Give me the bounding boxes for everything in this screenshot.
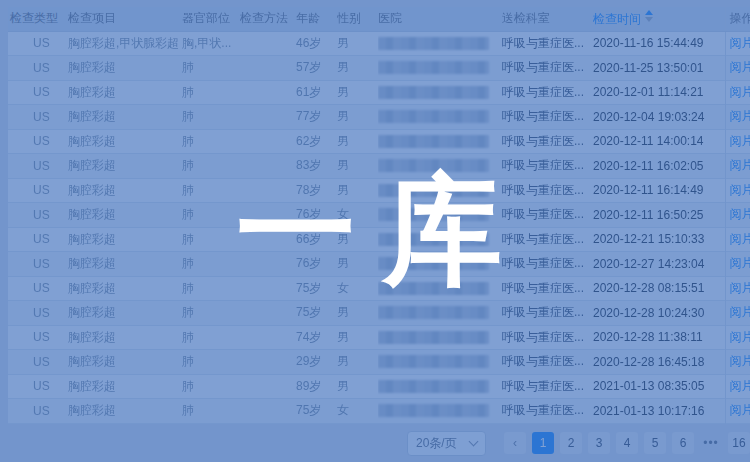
redacted-hospital-name	[378, 86, 489, 99]
pager-page-5[interactable]: 5	[644, 432, 666, 454]
table-row[interactable]: US胸腔彩超肺83岁男呼吸与重症医...2020-12-11 16:02:05阅…	[8, 154, 750, 179]
table-row[interactable]: US胸腔彩超肺66岁男呼吸与重症医...2020-12-21 15:10:33阅…	[8, 227, 750, 252]
table-row[interactable]: US胸腔彩超肺89岁男呼吸与重症医...2021-01-13 08:35:05阅…	[8, 374, 750, 399]
cell-action: 阅片	[725, 301, 750, 326]
table-row[interactable]: US胸腔彩超肺75岁女呼吸与重症医...2020-12-28 08:15:51阅…	[8, 276, 750, 301]
cell-action: 阅片	[725, 80, 750, 105]
view-image-link[interactable]: 阅片	[730, 134, 750, 148]
cell-gender: 男	[337, 56, 378, 81]
cell-time: 2020-12-11 14:00:14	[593, 129, 725, 154]
column-header-exam-type: 检查类型	[8, 7, 68, 31]
column-header-exam-time[interactable]: 检查时间	[593, 7, 725, 31]
cell-age: 62岁	[296, 129, 337, 154]
cell-item: 胸腔彩超	[68, 178, 182, 203]
cell-method	[240, 252, 296, 277]
table-row[interactable]: US胸腔彩超肺75岁女呼吸与重症医...2021-01-13 10:17:16阅…	[8, 399, 750, 424]
table-row[interactable]: US胸腔彩超肺77岁男呼吸与重症医...2020-12-04 19:03:24阅…	[8, 105, 750, 130]
table-row[interactable]: US胸腔彩超肺29岁男呼吸与重症医...2020-12-28 16:45:18阅…	[8, 350, 750, 375]
view-image-link[interactable]: 阅片	[730, 85, 750, 99]
cell-method	[240, 154, 296, 179]
cell-time: 2020-12-21 15:10:33	[593, 227, 725, 252]
cell-method	[240, 227, 296, 252]
cell-action: 阅片	[725, 56, 750, 81]
cell-organ: 肺	[182, 252, 240, 277]
view-image-link[interactable]: 阅片	[730, 354, 750, 368]
cell-type: US	[8, 252, 68, 277]
pager-page-3[interactable]: 3	[588, 432, 610, 454]
cell-type: US	[8, 56, 68, 81]
cell-action: 阅片	[725, 325, 750, 350]
table-row[interactable]: US胸腔彩超肺76岁男呼吸与重症医...2020-12-27 14:23:04阅…	[8, 252, 750, 277]
cell-type: US	[8, 129, 68, 154]
cell-age: 89岁	[296, 374, 337, 399]
cell-dept: 呼吸与重症医...	[502, 56, 593, 81]
table-row[interactable]: US胸腔彩超肺76岁女呼吸与重症医...2020-12-11 16:50:25阅…	[8, 203, 750, 228]
table-row[interactable]: US胸腔彩超肺74岁男呼吸与重症医...2020-12-28 11:38:11阅…	[8, 325, 750, 350]
table-row[interactable]: US胸腔彩超肺75岁男呼吸与重症医...2020-12-28 10:24:30阅…	[8, 301, 750, 326]
cell-type: US	[8, 276, 68, 301]
cell-item: 胸腔彩超	[68, 154, 182, 179]
column-header-actions: 操作	[725, 7, 750, 31]
sort-carets-icon[interactable]	[645, 10, 653, 22]
view-image-link[interactable]: 阅片	[730, 403, 750, 417]
cell-type: US	[8, 227, 68, 252]
pager-page-4[interactable]: 4	[616, 432, 638, 454]
cell-item: 胸腔彩超	[68, 399, 182, 424]
cell-type: US	[8, 325, 68, 350]
view-image-link[interactable]: 阅片	[730, 281, 750, 295]
cell-item: 胸腔彩超	[68, 350, 182, 375]
view-image-link[interactable]: 阅片	[730, 158, 750, 172]
view-image-link[interactable]: 阅片	[730, 183, 750, 197]
cell-organ: 肺	[182, 80, 240, 105]
table-row[interactable]: US胸腔彩超肺61岁男呼吸与重症医...2020-12-01 11:14:21阅…	[8, 80, 750, 105]
cell-hospital	[378, 56, 502, 81]
cell-age: 46岁	[296, 31, 337, 56]
sort-desc-icon[interactable]	[645, 17, 653, 22]
table-row[interactable]: US胸腔彩超肺62岁男呼吸与重症医...2020-12-11 14:00:14阅…	[8, 129, 750, 154]
pager-page-16[interactable]: 16	[728, 432, 750, 454]
cell-type: US	[8, 350, 68, 375]
view-image-link[interactable]: 阅片	[730, 305, 750, 319]
cell-type: US	[8, 301, 68, 326]
table-body: US胸腔彩超,甲状腺彩超胸,甲状...46岁男呼吸与重症医...2020-11-…	[8, 31, 750, 423]
table-row[interactable]: US胸腔彩超肺78岁男呼吸与重症医...2020-12-11 16:14:49阅…	[8, 178, 750, 203]
view-image-link[interactable]: 阅片	[730, 256, 750, 270]
pager-page-6[interactable]: 6	[672, 432, 694, 454]
pager-prev-button[interactable]: ‹	[504, 432, 526, 454]
redacted-hospital-name	[378, 233, 489, 246]
cell-time: 2020-12-01 11:14:21	[593, 80, 725, 105]
view-image-link[interactable]: 阅片	[730, 330, 750, 344]
pager-page-1[interactable]: 1	[532, 432, 554, 454]
view-image-link[interactable]: 阅片	[730, 232, 750, 246]
view-image-link[interactable]: 阅片	[730, 207, 750, 221]
pager-ellipsis[interactable]: •••	[700, 432, 722, 454]
pager-page-2[interactable]: 2	[560, 432, 582, 454]
table-row[interactable]: US胸腔彩超肺57岁男呼吸与重症医...2020-11-25 13:50:01阅…	[8, 56, 750, 81]
cell-age: 77岁	[296, 105, 337, 130]
view-image-link[interactable]: 阅片	[730, 36, 750, 50]
cell-organ: 肺	[182, 325, 240, 350]
cell-gender: 男	[337, 178, 378, 203]
cell-type: US	[8, 80, 68, 105]
table-row[interactable]: US胸腔彩超,甲状腺彩超胸,甲状...46岁男呼吸与重症医...2020-11-…	[8, 31, 750, 56]
cell-dept: 呼吸与重症医...	[502, 105, 593, 130]
column-header-gender: 性别	[337, 7, 378, 31]
redacted-hospital-name	[378, 37, 489, 50]
cell-time: 2020-12-27 14:23:04	[593, 252, 725, 277]
sort-asc-icon[interactable]	[645, 10, 653, 15]
cell-time: 2021-01-13 10:17:16	[593, 399, 725, 424]
column-header-exam-item: 检查项目	[68, 7, 182, 31]
page-size-select[interactable]: 20条/页	[407, 431, 486, 456]
view-image-link[interactable]: 阅片	[730, 379, 750, 393]
cell-gender: 男	[337, 301, 378, 326]
cell-dept: 呼吸与重症医...	[502, 276, 593, 301]
cell-gender: 女	[337, 399, 378, 424]
cell-gender: 女	[337, 276, 378, 301]
redacted-hospital-name	[378, 404, 489, 417]
view-image-link[interactable]: 阅片	[730, 109, 750, 123]
cell-item: 胸腔彩超	[68, 374, 182, 399]
cell-action: 阅片	[725, 350, 750, 375]
redacted-hospital-name	[378, 355, 489, 368]
view-image-link[interactable]: 阅片	[730, 60, 750, 74]
cell-gender: 男	[337, 105, 378, 130]
